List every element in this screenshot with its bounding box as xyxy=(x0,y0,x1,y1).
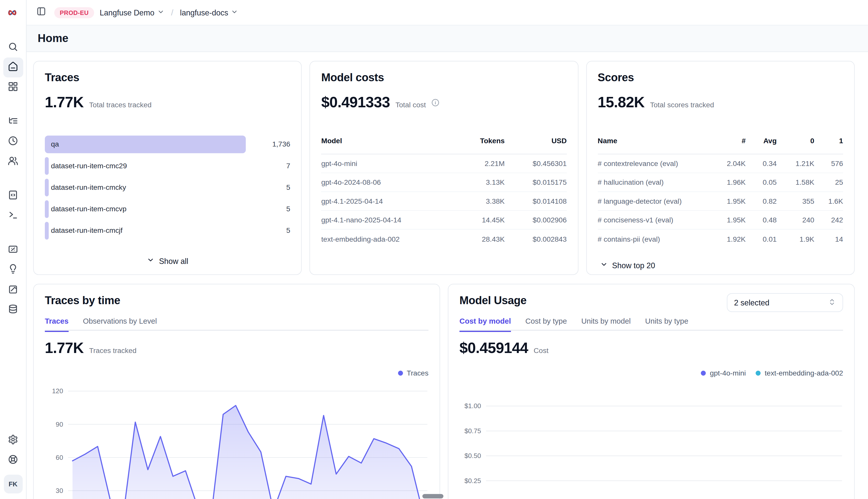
trace-count: 1,736 xyxy=(272,136,290,153)
dashboard-grid-icon xyxy=(8,81,19,94)
file-code-icon xyxy=(8,190,19,202)
trace-list-item[interactable]: dataset-run-item-cmc297 xyxy=(45,157,290,175)
trace-name: dataset-run-item-cmcky xyxy=(51,179,126,196)
tab-traces[interactable]: Traces xyxy=(45,317,69,332)
chevron-down-icon xyxy=(231,8,238,17)
cell-value: 25 xyxy=(814,178,843,186)
tab-observations-by-level[interactable]: Observations by Level xyxy=(83,317,157,331)
trace-list-item[interactable]: dataset-run-item-cmcjf5 xyxy=(45,222,290,240)
sidebar-toggle-button[interactable] xyxy=(33,5,49,20)
svg-text:120: 120 xyxy=(52,387,63,395)
langfuse-logo[interactable] xyxy=(0,0,26,26)
table-row: # conciseness-v1 (eval)1.95K0.48240242 xyxy=(597,211,843,230)
trace-list-item[interactable]: qa1,736 xyxy=(45,136,290,153)
card-title: Traces xyxy=(45,71,290,84)
column-header: Tokens xyxy=(454,137,504,145)
traces-total-label: Total traces tracked xyxy=(89,101,152,109)
model-usage-tabs: Cost by modelCost by typeUnits by modelU… xyxy=(460,317,843,331)
show-top-20-label: Show top 20 xyxy=(612,261,655,270)
cell-value: 2.21M xyxy=(454,159,504,168)
trace-bar xyxy=(45,136,246,153)
tab-cost-by-type[interactable]: Cost by type xyxy=(525,317,567,331)
sidebar-item-home[interactable] xyxy=(3,58,23,77)
model-costs-total-label: Total cost xyxy=(395,101,426,109)
horizontal-scrollbar-thumb[interactable] xyxy=(423,494,443,498)
cell-name: text-embedding-ada-002 xyxy=(321,235,454,243)
scores-total: 15.82K xyxy=(597,94,644,111)
cell-name: # language-detector (eval) xyxy=(597,197,711,205)
show-all-button[interactable]: Show all xyxy=(45,256,290,266)
info-icon[interactable] xyxy=(431,98,440,107)
table-header: Name#Avg01 xyxy=(597,137,843,154)
sidebar-item-users[interactable] xyxy=(3,151,23,172)
trace-list-item[interactable]: dataset-run-item-cmcvp5 xyxy=(45,200,290,218)
lightbulb-icon xyxy=(8,264,19,276)
terminal-icon xyxy=(8,209,19,222)
cell-value: $0.015175 xyxy=(504,178,567,186)
life-buoy-icon xyxy=(8,454,19,466)
sidebar-item-evaluation[interactable] xyxy=(3,240,23,260)
sidebar-item-tracing[interactable] xyxy=(3,112,23,132)
table-row: gpt-4o-mini2.21M$0.456301 xyxy=(321,154,567,173)
svg-text:$0.75: $0.75 xyxy=(464,427,481,435)
sidebar-item-insights[interactable] xyxy=(3,260,23,280)
svg-text:$0.50: $0.50 xyxy=(464,452,481,460)
column-header: Name xyxy=(597,137,711,145)
sidebar-item-search[interactable] xyxy=(3,38,23,58)
cell-name: gpt-4o-2024-08-06 xyxy=(321,178,454,186)
sidebar-item-prompts[interactable] xyxy=(3,186,23,206)
chart-legend: gpt-4o-minitext-embedding-ada-002 xyxy=(460,368,843,378)
traces-tracked-total: 1.77K xyxy=(45,340,84,357)
sidebar-item-annotation[interactable] xyxy=(3,280,23,300)
org-name: Langfuse Demo xyxy=(100,8,154,17)
trace-name: dataset-run-item-cmcvp xyxy=(51,200,127,218)
scores-total-label: Total scores tracked xyxy=(650,101,714,109)
column-header: Model xyxy=(321,137,454,145)
sidebar-item-sessions[interactable] xyxy=(3,132,23,151)
column-header: # xyxy=(711,137,746,145)
model-selector-dropdown[interactable]: 2 selected xyxy=(727,293,843,312)
table-row: # contextrelevance (eval)2.04K0.341.21K5… xyxy=(597,154,843,173)
langfuse-home-page: FK PROD-EU Langfuse Demo / langfuse-docs… xyxy=(0,0,868,499)
table-row: text-embedding-ada-00228.43K$0.002843 xyxy=(321,230,567,248)
cell-value: 2.04K xyxy=(711,159,746,168)
sidebar-item-playground[interactable] xyxy=(3,206,23,226)
trace-count: 5 xyxy=(286,200,290,218)
model-usage-line-chart: $1.00$0.75$0.50$0.25 xyxy=(460,380,843,499)
trace-list-item[interactable]: dataset-run-item-cmcky5 xyxy=(45,179,290,196)
sidebar-item-support[interactable] xyxy=(3,450,23,471)
svg-text:$1.00: $1.00 xyxy=(464,402,481,410)
project-switcher[interactable]: langfuse-docs xyxy=(180,8,238,17)
column-header: 0 xyxy=(776,137,814,145)
sidebar-item-dashboards[interactable] xyxy=(3,77,23,97)
column-header: USD xyxy=(504,137,567,145)
environment-badge: PROD-EU xyxy=(54,7,94,18)
user-avatar[interactable]: FK xyxy=(3,475,22,494)
database-icon xyxy=(8,303,19,316)
legend-item[interactable]: gpt-4o-mini xyxy=(701,369,746,377)
chevron-down-icon xyxy=(157,8,164,17)
topbar: PROD-EU Langfuse Demo / langfuse-docs xyxy=(27,0,868,26)
trace-name: dataset-run-item-cmcjf xyxy=(51,222,122,240)
sidebar-item-settings[interactable] xyxy=(3,430,23,450)
table-row: gpt-4.1-nano-2025-04-1414.45K$0.002906 xyxy=(321,211,567,230)
cell-value: $0.002843 xyxy=(504,235,567,243)
traces-by-time-tabs: TracesObservations by Level xyxy=(45,317,428,331)
tab-cost-by-model[interactable]: Cost by model xyxy=(460,317,511,332)
cell-value: 1.95K xyxy=(711,197,746,205)
legend-item[interactable]: text-embedding-ada-002 xyxy=(756,369,843,377)
users-icon xyxy=(8,155,19,168)
chevron-down-icon xyxy=(147,256,155,266)
show-top-20-button[interactable]: Show top 20 xyxy=(597,260,843,270)
cell-value: 3.38K xyxy=(454,197,504,205)
cell-name: # contains-pii (eval) xyxy=(597,235,711,243)
legend-item[interactable]: Traces xyxy=(398,369,428,377)
traces-area-chart: 120906030 xyxy=(45,380,428,499)
traces-by-time-card: Traces by time TracesObservations by Lev… xyxy=(33,284,440,499)
tab-units-by-model[interactable]: Units by model xyxy=(581,317,631,331)
sidebar-item-datasets[interactable] xyxy=(3,300,23,320)
org-switcher[interactable]: Langfuse Demo xyxy=(100,8,164,17)
table-row: gpt-4.1-2025-04-143.38K$0.014108 xyxy=(321,192,567,211)
tab-units-by-type[interactable]: Units by type xyxy=(645,317,689,331)
cell-value: 0.82 xyxy=(746,197,776,205)
